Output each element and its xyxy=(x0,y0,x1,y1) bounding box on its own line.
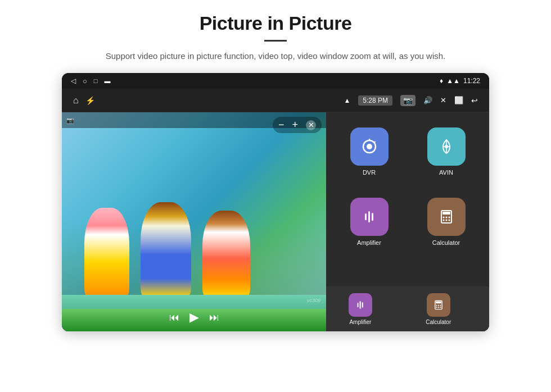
svg-point-13 xyxy=(445,216,447,218)
wifi-icon: ▲ xyxy=(344,97,350,104)
calculator-label: Calculator xyxy=(432,239,460,246)
svg-point-28 xyxy=(440,307,441,308)
bottom-app-calculator[interactable]: Calculator xyxy=(426,293,451,325)
volume-icon[interactable]: 🔊 xyxy=(423,96,432,104)
svg-point-1 xyxy=(367,144,372,149)
svg-point-25 xyxy=(440,304,441,306)
nav-recent-icon[interactable]: □ xyxy=(94,78,98,84)
svg-point-24 xyxy=(438,304,439,306)
svg-point-12 xyxy=(442,216,444,218)
svg-point-26 xyxy=(436,307,437,308)
svg-point-14 xyxy=(448,216,450,218)
usb-icon[interactable]: ⚡ xyxy=(85,96,95,105)
nav-back-icon[interactable]: ◁ xyxy=(71,77,76,85)
app-calculator[interactable]: Calculator xyxy=(408,187,485,257)
pip-close-button[interactable]: ✕ xyxy=(306,120,316,130)
svg-point-6 xyxy=(445,145,448,148)
amplifier-bottom-label: Amplifier xyxy=(349,319,371,325)
svg-rect-19 xyxy=(360,301,361,309)
home-icon[interactable]: ⌂ xyxy=(73,95,79,106)
dvr-label: DVR xyxy=(363,169,376,176)
amplifier-icon xyxy=(350,198,389,236)
svg-rect-9 xyxy=(372,213,373,221)
calculator-bottom-icon xyxy=(427,293,450,317)
device-frame: ◁ ○ □ ▬ ♦ ▲▲ 11:22 ⌂ ⚡ ▲ 5:28 PM 📷 🔊 xyxy=(62,73,489,331)
close-window-icon[interactable]: ✕ xyxy=(440,96,446,104)
pip-playback-controls: ⏮ ▶ ⏭ xyxy=(169,310,219,325)
svg-line-3 xyxy=(374,142,375,143)
location-icon: ♦ xyxy=(440,77,443,85)
amplifier-label: Amplifier xyxy=(357,239,381,246)
app-time: 5:28 PM xyxy=(358,95,392,106)
svg-point-23 xyxy=(436,304,437,306)
pip-minus-button[interactable]: − xyxy=(278,119,284,131)
status-time: 11:22 xyxy=(463,77,480,85)
app-bar-left-controls: ⌂ ⚡ xyxy=(73,95,95,106)
nav-home-icon[interactable]: ○ xyxy=(83,77,87,85)
water-strip xyxy=(62,295,326,309)
calculator-icon xyxy=(427,198,466,236)
nav-file-icon[interactable]: ▬ xyxy=(105,78,111,84)
wifi-signal-icon: ▲▲ xyxy=(446,77,460,85)
app-dvr[interactable]: DVR xyxy=(331,117,408,187)
svg-point-17 xyxy=(448,219,450,221)
app-amplifier[interactable]: Amplifier xyxy=(331,187,408,257)
pip-camera-icon: 📷 xyxy=(66,117,74,124)
svg-rect-22 xyxy=(436,301,441,303)
svg-rect-20 xyxy=(362,302,363,308)
back-icon[interactable]: ↩ xyxy=(471,96,478,105)
svg-rect-18 xyxy=(357,302,358,307)
pip-container[interactable]: 📷 − + ✕ ⏮ ▶ ⏭ vc309 xyxy=(62,112,326,331)
pip-video: 📷 − + ✕ ⏮ ▶ ⏭ vc309 xyxy=(62,112,326,331)
app-avin[interactable]: AVIN xyxy=(408,117,485,187)
person-2 xyxy=(141,202,191,298)
app-bar: ⌂ ⚡ ▲ 5:28 PM 📷 🔊 ✕ ⬜ ↩ xyxy=(62,89,489,112)
avin-label: AVIN xyxy=(439,169,453,176)
svg-point-15 xyxy=(442,219,444,221)
watermark: vc309 xyxy=(307,298,320,303)
svg-rect-11 xyxy=(442,212,450,215)
play-button[interactable]: ▶ xyxy=(189,310,199,325)
calculator-bottom-label: Calculator xyxy=(426,319,451,325)
avin-icon xyxy=(427,127,466,166)
pip-plus-button[interactable]: + xyxy=(292,119,298,131)
pip-controls-bar[interactable]: − + ✕ xyxy=(273,117,322,133)
camera-icon[interactable]: 📷 xyxy=(400,95,415,106)
person-3 xyxy=(202,211,250,298)
page-subtitle: Support video picture in picture functio… xyxy=(106,49,445,63)
dvr-icon xyxy=(350,127,389,166)
status-bar-indicators: ♦ ▲▲ 11:22 xyxy=(440,77,480,85)
svg-point-16 xyxy=(445,219,447,221)
bottom-app-amplifier[interactable]: Amplifier xyxy=(349,293,372,325)
status-bar: ◁ ○ □ ▬ ♦ ▲▲ 11:22 xyxy=(62,73,489,89)
title-divider xyxy=(264,40,287,42)
status-bar-nav: ◁ ○ □ ▬ xyxy=(71,77,111,85)
window-icon[interactable]: ⬜ xyxy=(454,96,463,104)
page-title: Picture in Picture xyxy=(200,12,352,34)
svg-rect-8 xyxy=(368,211,370,222)
svg-point-27 xyxy=(438,307,439,308)
person-1 xyxy=(84,208,129,298)
svg-rect-7 xyxy=(365,213,367,220)
prev-button[interactable]: ⏮ xyxy=(169,312,179,323)
amplifier-bottom-icon xyxy=(349,293,372,317)
main-content: 📷 − + ✕ ⏮ ▶ ⏭ vc309 xyxy=(62,112,489,331)
app-bar-right-controls: ▲ 5:28 PM 📷 🔊 ✕ ⬜ ↩ xyxy=(344,95,478,106)
next-button[interactable]: ⏭ xyxy=(209,312,219,323)
